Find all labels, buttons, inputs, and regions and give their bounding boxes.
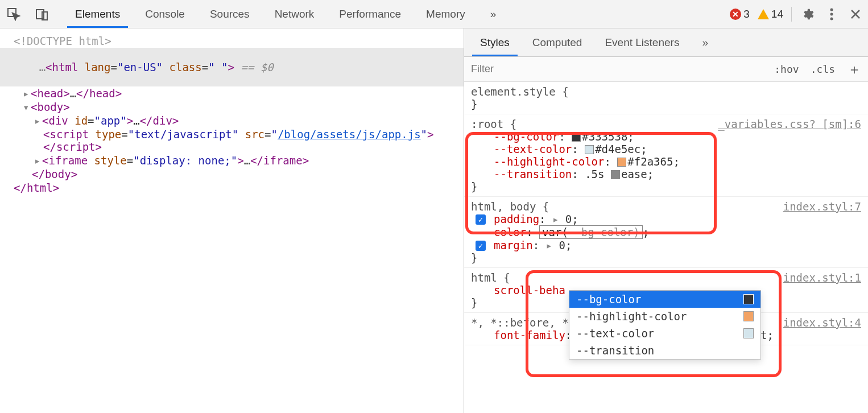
tab-computed[interactable]: Computed [521,30,594,56]
tab-overflow-icon[interactable]: » [478,1,509,27]
more-menu-icon[interactable] [824,6,840,22]
autocomplete-item[interactable]: --transition [569,342,760,359]
autocomplete-popup: --bg-color --highlight-color --text-colo… [569,290,761,360]
dom-body-close[interactable]: </body> [0,167,464,181]
device-toolbar-icon[interactable] [33,5,51,23]
dom-body-open[interactable]: ▾<body> [0,100,464,114]
warning-icon [758,9,769,19]
dom-script[interactable]: <script type="text/javascript" src="/blo… [0,127,464,154]
svg-rect-1 [36,10,44,19]
devtools-toolbar: Elements Console Sources Network Perform… [0,0,868,28]
filter-bar: :hov .cls ＋ [464,57,868,82]
prop-padding[interactable]: padding: ▸ 0; [471,213,861,225]
svg-point-3 [830,8,833,11]
cls-toggle[interactable]: .cls [805,63,841,75]
tab-memory[interactable]: Memory [414,1,478,27]
sidebar-tab-overflow-icon[interactable]: » [691,30,720,56]
dom-iframe[interactable]: ▸<iframe style="display: none;">…</ifram… [0,154,464,167]
prop-checkbox[interactable] [476,241,486,251]
tab-styles[interactable]: Styles [469,30,521,56]
error-number: 3 [743,8,750,20]
dom-html-close[interactable]: </html> [0,181,464,195]
rule-html-body[interactable]: index.styl:7 html, body { padding: ▸ 0; … [464,197,868,268]
svg-point-4 [830,13,833,15]
source-link-index-4[interactable]: index.styl:4 [783,316,861,329]
dom-div-app[interactable]: ▸<div id="app">…</div> [0,114,464,127]
dom-head[interactable]: ▸<head>…</head> [0,86,464,100]
source-link-variables[interactable]: _variables.css? [sm]:6 [718,118,861,130]
dom-html-element[interactable]: …<html lang="en-US" class=" "> == $0 [0,48,464,86]
source-link-index-1[interactable]: index.styl:1 [783,271,861,284]
hov-toggle[interactable]: :hov [768,63,804,75]
tab-network[interactable]: Network [262,1,327,27]
inspect-element-icon[interactable] [5,5,23,23]
warning-number: 14 [771,8,783,20]
autocomplete-item[interactable]: --text-color [569,325,760,342]
warning-count[interactable]: 14 [758,8,783,20]
prop-color-editing[interactable]: color: var(var(--bg-color)--bg-color); [471,225,861,239]
autocomplete-item[interactable]: --bg-color [569,291,760,308]
close-devtools-icon[interactable] [848,6,863,22]
tab-elements[interactable]: Elements [63,1,133,27]
autocomplete-item[interactable]: --highlight-color [569,308,760,325]
main-tabs: Elements Console Sources Network Perform… [63,1,509,27]
dom-doctype[interactable]: <!DOCTYPE html> [0,34,464,48]
styles-rules-list[interactable]: element.style { } _variables.css? [sm]:6… [464,82,868,413]
rule-root[interactable]: _variables.css? [sm]:6 :root { --bg-colo… [464,114,868,197]
prop-margin[interactable]: margin: ▸ 0; [471,239,861,251]
svg-point-5 [830,17,833,20]
new-style-rule-icon[interactable]: ＋ [841,60,868,79]
error-count[interactable]: ✕ 3 [730,8,750,20]
tab-console[interactable]: Console [133,1,197,27]
styles-filter-input[interactable] [464,63,768,75]
error-icon: ✕ [730,9,741,20]
source-link-index-7[interactable]: index.styl:7 [783,200,861,213]
sidebar-tabs: Styles Computed Event Listeners » [464,28,868,57]
prop-checkbox[interactable] [476,214,486,225]
dom-tree-panel[interactable]: <!DOCTYPE html> …<html lang="en-US" clas… [0,28,464,413]
tab-performance[interactable]: Performance [326,1,414,27]
tab-sources[interactable]: Sources [197,1,262,27]
color-value-input[interactable]: var(var(--bg-color)--bg-color) [539,225,643,239]
tab-event-listeners[interactable]: Event Listeners [593,30,691,56]
settings-gear-icon[interactable] [800,6,816,22]
rule-element-style[interactable]: element.style { } [464,82,868,114]
